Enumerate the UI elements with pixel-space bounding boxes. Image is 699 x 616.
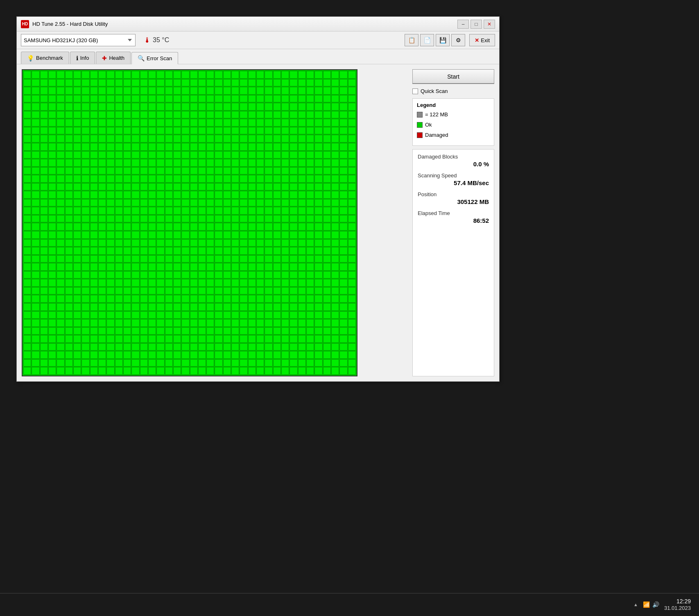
- copy-button-1[interactable]: 📋: [405, 34, 418, 46]
- grid-cell: [173, 319, 181, 327]
- grid-cell: [206, 231, 214, 239]
- grid-cell: [173, 343, 181, 351]
- grid-cell: [256, 319, 264, 327]
- grid-cell: [215, 343, 222, 351]
- disk-selector[interactable]: SAMSUNG HD321KJ (320 GB): [21, 34, 136, 46]
- grid-cell: [165, 143, 173, 151]
- grid-cell: [23, 151, 31, 159]
- grid-cell: [32, 103, 39, 111]
- grid-cell: [57, 151, 64, 159]
- grid-cell: [190, 351, 198, 359]
- grid-cell: [32, 223, 39, 231]
- grid-cell: [314, 71, 322, 79]
- grid-cell: [131, 183, 139, 191]
- tab-benchmark[interactable]: 💡 Benchmark: [21, 52, 69, 64]
- grid-cell: [198, 255, 206, 263]
- grid-cell: [265, 335, 272, 343]
- grid-cell: [90, 247, 98, 255]
- grid-cell: [123, 79, 131, 87]
- grid-cell: [81, 71, 89, 79]
- grid-cell: [90, 111, 98, 119]
- grid-cell: [40, 103, 48, 111]
- grid-cell: [290, 343, 297, 351]
- tab-health-label: Health: [109, 55, 124, 61]
- grid-cell: [148, 263, 156, 271]
- grid-cell: [73, 175, 81, 183]
- grid-cell: [173, 223, 181, 231]
- grid-cell: [314, 263, 322, 271]
- minimize-button[interactable]: –: [457, 20, 469, 29]
- close-button[interactable]: ✕: [484, 20, 495, 29]
- grid-cell: [215, 359, 222, 367]
- grid-cell: [156, 167, 164, 175]
- grid-cell: [281, 159, 289, 167]
- start-button[interactable]: Start: [412, 69, 494, 84]
- grid-cell: [314, 143, 322, 151]
- grid-cell: [339, 279, 347, 287]
- tab-health[interactable]: ✚ Health: [96, 52, 131, 64]
- tray-chevron-icon[interactable]: ▲: [633, 602, 638, 607]
- title-bar: HD HD Tune 2.55 - Hard Disk Utility – □ …: [17, 17, 499, 32]
- grid-cell: [190, 223, 198, 231]
- grid-cell: [156, 239, 164, 247]
- maximize-button[interactable]: □: [471, 20, 482, 29]
- exit-button[interactable]: ✕ Exit: [469, 34, 495, 46]
- grid-cell: [348, 311, 356, 319]
- grid-cell: [181, 175, 189, 183]
- grid-cell: [140, 319, 148, 327]
- grid-cell: [298, 199, 306, 207]
- grid-cell: [73, 95, 81, 103]
- clock-area[interactable]: 12:29 31.01.2023: [664, 598, 691, 612]
- grid-cell: [57, 351, 64, 359]
- grid-cell: [73, 295, 81, 303]
- grid-cell: [215, 295, 222, 303]
- grid-cell: [248, 167, 256, 175]
- grid-cell: [190, 143, 198, 151]
- save-button[interactable]: 💾: [436, 34, 450, 46]
- grid-cell: [57, 319, 64, 327]
- grid-cell: [23, 111, 31, 119]
- tab-error-scan[interactable]: 🔍 Error Scan: [131, 52, 178, 64]
- grid-cell: [323, 207, 331, 215]
- grid-cell: [181, 167, 189, 175]
- grid-cell: [81, 359, 89, 367]
- settings-button[interactable]: ⚙: [451, 34, 465, 46]
- grid-cell: [98, 119, 106, 127]
- grid-cell: [90, 215, 98, 223]
- grid-cell: [48, 215, 56, 223]
- grid-cell: [240, 199, 247, 207]
- grid-cell: [298, 191, 306, 199]
- grid-cell: [106, 79, 114, 87]
- grid-cell: [181, 319, 189, 327]
- grid-cell: [40, 119, 48, 127]
- grid-cell: [65, 327, 73, 335]
- tab-info[interactable]: ℹ Info: [70, 52, 95, 64]
- grid-cell: [215, 303, 222, 311]
- grid-cell: [23, 287, 31, 295]
- grid-cell: [339, 207, 347, 215]
- exit-x-icon: ✕: [475, 37, 479, 43]
- grid-cell: [123, 199, 131, 207]
- grid-cell: [106, 359, 114, 367]
- grid-cell: [140, 95, 148, 103]
- grid-cell: [198, 231, 206, 239]
- grid-cell: [281, 135, 289, 143]
- grid-cell: [298, 327, 306, 335]
- copy-button-2[interactable]: 📄: [420, 34, 434, 46]
- quick-scan-checkbox[interactable]: [412, 88, 418, 94]
- grid-cell: [90, 207, 98, 215]
- grid-cell: [331, 207, 339, 215]
- grid-cell: [90, 191, 98, 199]
- grid-cell: [265, 127, 272, 135]
- grid-cell: [231, 287, 239, 295]
- grid-cell: [339, 223, 347, 231]
- grid-cell: [198, 343, 206, 351]
- grid-cell: [165, 215, 173, 223]
- grid-cell: [265, 95, 272, 103]
- grid-cell: [140, 151, 148, 159]
- grid-cell: [40, 319, 48, 327]
- grid-cell: [215, 239, 222, 247]
- grid-cell: [181, 287, 189, 295]
- info-icon: ℹ: [76, 55, 78, 61]
- grid-cell: [32, 207, 39, 215]
